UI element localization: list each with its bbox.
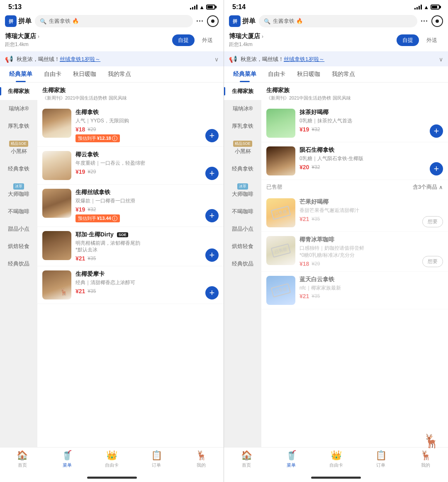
nav-menu-label-1: 菜单 (63, 462, 72, 468)
logo-badge-2: 拼 拼单 (229, 15, 256, 27)
product-img-p2 (266, 146, 295, 175)
nav-home-1[interactable]: 🏠 首页 (0, 450, 45, 468)
sidebar-item-blackcup-1[interactable]: 精品SOE 小黑杯 (0, 135, 37, 160)
soldout-img-1: 已售罄 (266, 198, 295, 227)
banner-1[interactable]: 📢 秋意浓，喝丝绒！丝绒拿铁1岁啦～ ∨ (0, 51, 224, 66)
sidebar-item-baking-2[interactable]: 烘焙轻食 (224, 238, 261, 255)
nav-profile-1[interactable]: 🦌 我的 (179, 450, 224, 468)
price-orig-2: ¥29 (88, 169, 96, 175)
nav-profile-2[interactable]: 🦌 我的 (403, 450, 448, 468)
scan-button-1[interactable] (207, 15, 219, 27)
sidebar-item-drinks-1[interactable]: 经典饮品 (0, 255, 37, 273)
scan-dot-2 (436, 19, 439, 23)
banner-2[interactable]: 📢 秋意浓，喝丝绒！丝绒拿铁1岁啦～ ∨ (224, 51, 448, 66)
sidebar-item-classic-1[interactable]: 经典拿铁 (0, 160, 37, 178)
card-icon-1: 👑 (106, 450, 117, 461)
soldout-count-2[interactable]: 含3个商品 ∧ (413, 183, 443, 191)
tab-classic-menu-1[interactable]: 经典菜单 (3, 66, 38, 82)
tab-autumn-1[interactable]: 秋日暖咖 (67, 66, 102, 82)
want-btn-2[interactable]: 想要 (422, 256, 443, 267)
sidebar-item-master-2[interactable]: 冰萃 大师咖啡 (224, 178, 261, 203)
cat-tabs-2: 经典菜单 自由卡 秋日暖咖 我的常点 (224, 66, 448, 83)
tab-free-card-2[interactable]: 自由卡 (262, 66, 291, 82)
banner-text-1: 秋意浓，喝丝绒！丝绒拿铁1岁啦～ (17, 56, 100, 63)
product-price-p1: ¥19 ¥32 (299, 126, 426, 133)
search-bar-2[interactable]: 🔍 生酱拿铁 🔥 (259, 15, 417, 27)
sidebar-item-nocoffee-1[interactable]: 不喝咖啡 (0, 203, 37, 220)
header-more-2[interactable]: ··· (421, 17, 428, 26)
status-icons-1: ▲ (190, 4, 215, 10)
sidebar-item-baking-1[interactable]: 烘焙轻食 (0, 238, 37, 255)
header-2: 拼 拼单 🔍 生酱拿铁 🔥 ··· (224, 12, 448, 31)
sidebar-item-coconut-1[interactable]: 生椰家族 (0, 83, 37, 100)
add-btn-4[interactable]: + (205, 248, 219, 262)
nav-order-2[interactable]: 📋 订单 (358, 450, 403, 468)
product-info-p1: 抹茶好喝椰 0乳糖｜抹茶控人气首选 ¥19 ¥32 (299, 109, 426, 133)
add-btn-1[interactable]: + (205, 129, 219, 142)
header-more-1[interactable]: ··· (196, 17, 204, 26)
sidebar-item-master-1[interactable]: 冰萃 大师咖啡 (0, 178, 37, 203)
tab-frequent-1[interactable]: 我的常点 (102, 66, 137, 82)
sidebar-item-houru-2[interactable]: 厚乳拿铁 (224, 117, 261, 135)
product-price-5: ¥21 ¥35 (75, 288, 201, 295)
sidebar-item-drinks-2[interactable]: 经典饮品 (224, 255, 261, 273)
nav-card-label-1: 自由卡 (105, 462, 119, 468)
add-btn-p1[interactable]: + (430, 124, 443, 138)
add-btn-3[interactable]: + (205, 209, 219, 222)
category-sub-2: 《新周刊》2021中国生活趋势榜 国民风味 (261, 95, 448, 105)
ziti-button-1[interactable]: 自提 (172, 34, 195, 46)
product-info-4: 耶加·生椰Dirty SOE 明亮柑橘前调，浓郁椰香尾韵*默认去冰 ¥21 ¥3… (75, 231, 201, 262)
product-price-1: ¥18 ¥29 (75, 126, 201, 133)
profile-icon-2: 🦌 (420, 450, 431, 461)
sidebar-item-ruinabing-1[interactable]: 瑞纳冰® (0, 100, 37, 117)
product-img-4 (42, 231, 71, 260)
search-bar-1[interactable]: 🔍 生酱拿铁 🔥 (35, 15, 193, 27)
nav-card-1[interactable]: 👑 自由卡 (90, 450, 134, 468)
nav-order-label-2: 订单 (376, 462, 385, 468)
profile-icon-1: 🦌 (196, 450, 207, 461)
sidebar-item-houru-1[interactable]: 厚乳拿铁 (0, 117, 37, 135)
waisong-button-1[interactable]: 外送 (196, 34, 219, 46)
waisong-button-2[interactable]: 外送 (421, 34, 443, 46)
tab-autumn-2[interactable]: 秋日暖咖 (291, 66, 326, 82)
sidebar-item-coconut-2[interactable]: 生椰家族 (224, 83, 261, 100)
tab-frequent-2[interactable]: 我的常点 (326, 66, 361, 82)
sidebar-item-classic-2[interactable]: 经典拿铁 (224, 160, 261, 178)
soldout-header-2: 已售罄 含3个商品 ∧ (261, 180, 448, 194)
nav-card-2[interactable]: 👑 自由卡 (314, 450, 358, 468)
banner-arrow-2: ∨ (439, 56, 443, 63)
store-name-1[interactable]: 博瑞大厦店 › (5, 32, 39, 40)
status-bar-2: 5:14 ▲ (224, 0, 448, 12)
soldout-price-2: ¥18 ¥29 (299, 260, 418, 267)
product-name-5: 生椰爱摩卡 (75, 270, 201, 278)
nav-menu-1[interactable]: 🥤 菜单 (45, 450, 90, 468)
ziti-button-2[interactable]: 自提 (397, 34, 419, 46)
nav-menu-label-2: 菜单 (287, 462, 296, 468)
soldout-stamp-1: 已售罄 (271, 206, 291, 220)
scan-button-2[interactable] (431, 15, 443, 27)
soldout-price-3: ¥21 ¥35 (299, 293, 443, 299)
sidebar-item-ruinabing-2[interactable]: 瑞纳冰® (224, 100, 261, 117)
store-distance-1: 距您1.4km (5, 41, 39, 48)
nav-menu-2[interactable]: 🥤 菜单 (269, 450, 314, 468)
store-name-2[interactable]: 博瑞大厦店 › (229, 32, 263, 40)
soldout-desc-2: 口感独特｜奶咖控请值得尝鲜*0糖0乳糖/标准冰/充分分 (299, 245, 418, 259)
sidebar-item-dessert-2[interactable]: 甜品小点 (224, 220, 261, 238)
status-time-2: 5:14 (232, 3, 246, 11)
add-btn-5[interactable]: + (205, 286, 219, 299)
want-btn-1[interactable]: 想要 (422, 216, 443, 227)
nav-home-2[interactable]: 🏠 首页 (224, 450, 269, 468)
tab-free-card-1[interactable]: 自由卡 (38, 66, 67, 82)
cat-tabs-1: 经典菜单 自由卡 秋日暖咖 我的常点 (0, 66, 224, 83)
add-btn-p2[interactable]: + (430, 162, 443, 175)
sidebar-item-nocoffee-2[interactable]: 不喝咖啡 (224, 203, 261, 220)
soldout-desc-3: nfc｜椰家家族最新 (299, 285, 443, 292)
sidebar-item-blackcup-2[interactable]: 精品SOE 小黑杯 (224, 135, 261, 160)
tab-classic-menu-2[interactable]: 经典菜单 (227, 66, 262, 82)
store-distance-2: 距您1.4km (229, 41, 263, 48)
add-btn-2[interactable]: + (205, 167, 219, 180)
nav-order-1[interactable]: 📋 订单 (134, 450, 179, 468)
sidebar-item-dessert-1[interactable]: 甜品小点 (0, 220, 37, 238)
floating-bag-2[interactable]: 🦌 (423, 433, 440, 447)
logo-text-1: 拼单 (18, 17, 32, 26)
